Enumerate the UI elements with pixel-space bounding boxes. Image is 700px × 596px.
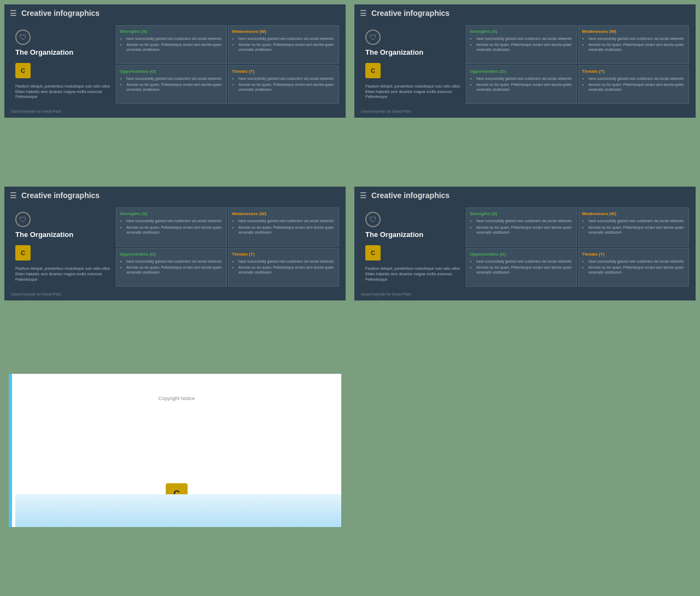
org-name-4: The Organization <box>365 230 462 240</box>
org-panel-1: 🛡 The Organization C Paullum deliquit, p… <box>11 25 116 104</box>
org-name-1: The Organization <box>15 48 112 57</box>
copyright-notice-text: Copyright Notice <box>159 396 195 401</box>
threats-title-2: Threats (T) <box>582 69 685 74</box>
slide-2: ☰ Creative infographics 🛡 The Organizati… <box>354 4 696 118</box>
threats-cell-2: Threats (T) have successfully gained new… <box>578 65 689 104</box>
slide-3-footer: Good Keynote for Great Pitch <box>4 290 346 300</box>
threats-item-1-2: Aenean eu leo quam. Pellentesque ornare … <box>238 82 335 92</box>
org-logo-2: 🛡 <box>365 30 381 45</box>
weaknesses-list-4: have successfully gained new customers v… <box>582 218 685 234</box>
copyright-bottom-bar <box>15 494 341 527</box>
threats-list-4: have successfully gained new customers v… <box>582 259 685 275</box>
slide-wrapper-1: ☰ Creative infographics 🛡 The Organizati… <box>0 0 350 182</box>
swot-container-4: 🛡 The Organization C Paullum deliquit, p… <box>361 207 689 286</box>
weaknesses-item-4-2: Aenean eu leo quam. Pellentesque ornare … <box>588 225 685 235</box>
slide-2-footer: Good Keynote for Great Pitch <box>354 107 696 118</box>
org-logo-4: 🛡 <box>365 212 381 227</box>
opportunities-item-2-1: have successfully gained new customers v… <box>476 76 573 81</box>
strengths-cell-1: Strengths (S) have successfully gained n… <box>116 25 227 64</box>
threats-item-3-2: Aenean eu leo quam. Pellentesque ornare … <box>238 265 335 275</box>
weaknesses-item-2-1: have successfully gained new customers v… <box>588 36 685 41</box>
strengths-list-1: have successfully gained new customers v… <box>120 36 223 52</box>
strengths-list-4: have successfully gained new customers v… <box>470 218 573 234</box>
threats-cell-3: Threats (T) have successfully gained new… <box>228 248 339 287</box>
swot-grid-2: Strengths (S) have successfully gained n… <box>466 25 689 104</box>
opportunities-list-3: have successfully gained new customers v… <box>120 259 223 275</box>
strengths-item-2-1: have successfully gained new customers v… <box>476 36 573 41</box>
copyright-badge-4: C <box>365 245 381 261</box>
slide-2-header: ☰ Creative infographics <box>354 4 696 22</box>
weaknesses-item-3-2: Aenean eu leo quam. Pellentesque ornare … <box>238 225 335 235</box>
opportunities-item-2-2: Aenean eu leo quam. Pellentesque ornare … <box>476 82 573 92</box>
slide-4-footer: Good Keynote for Great Pitch <box>354 290 696 300</box>
copyright-badge-2: C <box>365 63 381 78</box>
slide-2-content: 🛡 The Organization C Paullum deliquit, p… <box>361 25 689 104</box>
threats-item-2-2: Aenean eu leo quam. Pellentesque ornare … <box>588 82 685 92</box>
strengths-cell-3: Strengths (S) have successfully gained n… <box>116 207 227 246</box>
threats-title-3: Threats (T) <box>232 252 335 257</box>
copyright-slide: Copyright Notice C <box>9 374 341 527</box>
weaknesses-cell-4: Weaknesses (W) have successfully gained … <box>578 207 689 246</box>
strengths-title-2: Strengths (S) <box>470 29 573 34</box>
copyright-badge-3: C <box>15 245 31 261</box>
weaknesses-item-1-2: Aenean eu leo quam. Pellentesque ornare … <box>238 42 335 52</box>
swot-grid-4: Strengths (S) have successfully gained n… <box>466 207 689 286</box>
copyright-badge-1: C <box>15 63 31 78</box>
opportunities-cell-2: Opportunities (O) have successfully gain… <box>466 65 577 104</box>
org-panel-2: 🛡 The Organization C Paullum deliquit, p… <box>361 25 466 104</box>
strengths-item-1-2: Aenean eu leo quam. Pellentesque ornare … <box>126 42 223 52</box>
threats-item-4-2: Aenean eu leo quam. Pellentesque ornare … <box>588 265 685 275</box>
threats-item-3-1: have successfully gained new customers v… <box>238 259 335 264</box>
opportunities-title-2: Opportunities (O) <box>470 69 573 74</box>
empty-bottom-right <box>350 365 700 596</box>
weaknesses-item-4-1: have successfully gained new customers v… <box>588 218 685 223</box>
org-desc-1: Paullum deliquit, ponderibus modulisque … <box>15 84 112 100</box>
slide-4: ☰ Creative infographics 🛡 The Organizati… <box>354 187 696 300</box>
weaknesses-title-4: Weaknesses (W) <box>582 211 685 216</box>
opportunities-cell-1: Opportunities (O) have successfully gain… <box>116 65 227 104</box>
threats-list-1: have successfully gained new customers v… <box>232 76 335 92</box>
strengths-cell-2: Strengths (S) have successfully gained n… <box>466 25 577 64</box>
opportunities-cell-3: Opportunities (O) have successfully gain… <box>116 248 227 287</box>
opportunities-list-1: have successfully gained new customers v… <box>120 76 223 92</box>
shield-icon-1: 🛡 <box>19 33 27 42</box>
weaknesses-title-1: Weaknesses (W) <box>232 29 335 34</box>
weaknesses-cell-3: Weaknesses (W) have successfully gained … <box>228 207 339 246</box>
slide-3-content: 🛡 The Organization C Paullum deliquit, p… <box>11 207 339 286</box>
org-panel-4: 🛡 The Organization C Paullum deliquit, p… <box>361 207 466 286</box>
strengths-item-4-1: have successfully gained new customers v… <box>476 218 573 223</box>
opportunities-list-2: have successfully gained new customers v… <box>470 76 573 92</box>
slide-2-title: Creative infographics <box>371 9 450 18</box>
swot-container-3: 🛡 The Organization C Paullum deliquit, p… <box>11 207 339 286</box>
slide-3-title: Creative infographics <box>21 191 100 200</box>
threats-title-1: Threats (T) <box>232 69 335 74</box>
shield-icon-4: 🛡 <box>369 215 377 224</box>
opportunities-title-1: Opportunities (O) <box>120 69 223 74</box>
opportunities-title-3: Opportunities (O) <box>120 252 223 257</box>
opportunities-item-1-2: Aenean eu leo quam. Pellentesque ornare … <box>126 82 223 92</box>
weaknesses-item-1-1: have successfully gained new customers v… <box>238 36 335 41</box>
opportunities-item-1-1: have successfully gained new customers v… <box>126 76 223 81</box>
opportunities-item-4-2: Aenean eu leo quam. Pellentesque ornare … <box>476 265 573 275</box>
threats-title-4: Threats (T) <box>582 252 685 257</box>
strengths-item-1-1: have successfully gained new customers v… <box>126 36 223 41</box>
slide-1-footer: Good Keynote for Great Pitch <box>4 107 346 118</box>
weaknesses-item-2-2: Aenean eu leo quam. Pellentesque ornare … <box>588 42 685 52</box>
slide-4-header: ☰ Creative infographics <box>354 187 696 204</box>
strengths-title-1: Strengths (S) <box>120 29 223 34</box>
opportunities-title-4: Opportunities (O) <box>470 252 573 257</box>
threats-list-3: have successfully gained new customers v… <box>232 259 335 275</box>
strengths-item-3-2: Aenean eu leo quam. Pellentesque ornare … <box>126 225 223 235</box>
shield-icon-2: 🛡 <box>369 33 377 42</box>
slide-1-title: Creative infographics <box>21 9 100 18</box>
strengths-list-3: have successfully gained new customers v… <box>120 218 223 234</box>
copyright-slide-wrapper: Copyright Notice C <box>0 365 350 596</box>
slide-1: ☰ Creative infographics 🛡 The Organizati… <box>4 4 346 118</box>
opportunities-cell-4: Opportunities (O) have successfully gain… <box>466 248 577 287</box>
opportunities-list-4: have successfully gained new customers v… <box>470 259 573 275</box>
swot-container-2: 🛡 The Organization C Paullum deliquit, p… <box>361 25 689 104</box>
org-name-3: The Organization <box>15 230 112 240</box>
shield-icon-3: 🛡 <box>19 215 27 224</box>
threats-cell-4: Threats (T) have successfully gained new… <box>578 248 689 287</box>
threats-item-1-1: have successfully gained new customers v… <box>238 76 335 81</box>
